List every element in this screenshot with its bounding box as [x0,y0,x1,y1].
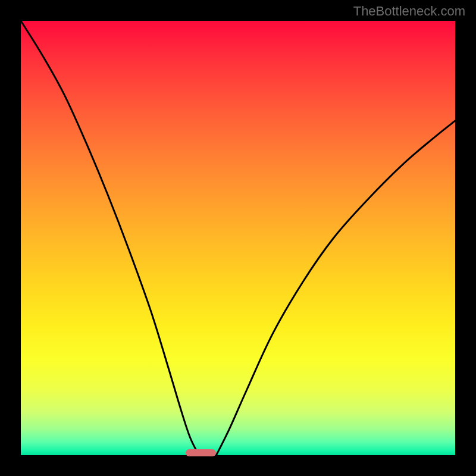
optimal-range-marker [186,449,216,456]
chart-plot-area [21,21,455,455]
watermark-text: TheBottleneck.com [353,4,465,19]
right-curve-path [217,121,456,455]
left-curve-path [21,21,199,455]
chart-curves [21,21,455,455]
